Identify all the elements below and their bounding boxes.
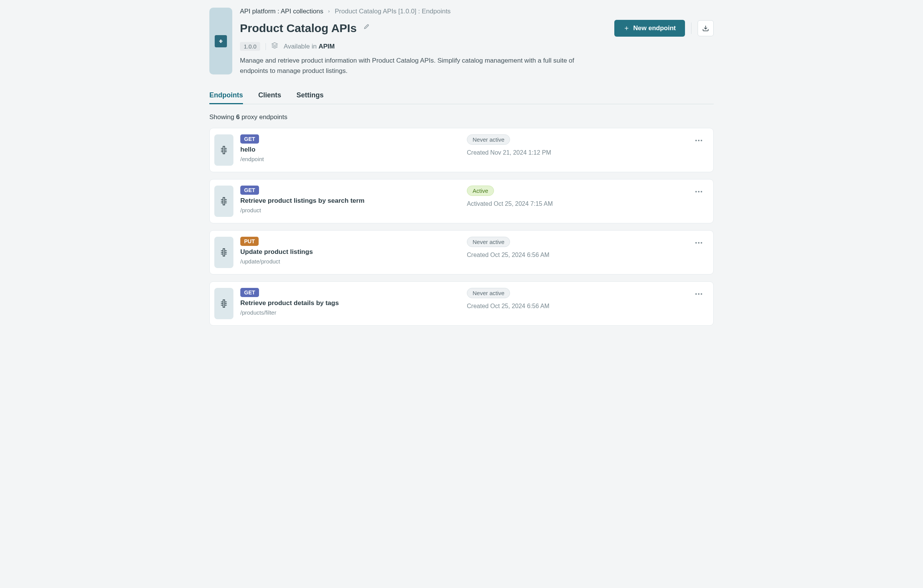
status-badge: Never active bbox=[467, 288, 510, 298]
endpoint-icon bbox=[214, 134, 233, 166]
breadcrumb: API platform : API collections Product C… bbox=[240, 8, 714, 15]
page-title: Product Catalog APIs bbox=[240, 22, 357, 35]
svg-rect-8 bbox=[223, 147, 225, 154]
new-endpoint-label: New endpoint bbox=[634, 25, 676, 32]
more-icon[interactable] bbox=[693, 185, 705, 199]
svg-rect-2 bbox=[219, 41, 220, 42]
svg-point-47 bbox=[701, 293, 702, 295]
endpoint-icon bbox=[214, 237, 233, 268]
status-badge: Never active bbox=[467, 134, 510, 145]
svg-point-35 bbox=[695, 242, 697, 244]
svg-rect-18 bbox=[223, 198, 225, 205]
method-badge: GET bbox=[240, 185, 259, 195]
endpoint-card[interactable]: PUTUpdate product listings/update/produc… bbox=[209, 230, 714, 275]
endpoint-path: /products/filter bbox=[240, 309, 459, 316]
edit-icon[interactable] bbox=[362, 24, 369, 33]
tab-settings[interactable]: Settings bbox=[296, 87, 324, 104]
endpoint-card[interactable]: GETRetrieve product listings by search t… bbox=[209, 179, 714, 223]
endpoint-card[interactable]: GEThello/endpointNever activeCreated Nov… bbox=[209, 128, 714, 172]
chevron-right-icon bbox=[327, 8, 331, 15]
timestamp: Created Oct 25, 2024 6:56 AM bbox=[467, 303, 549, 310]
breadcrumb-root[interactable]: API platform : API collections bbox=[240, 8, 323, 15]
divider bbox=[266, 43, 266, 50]
svg-point-36 bbox=[698, 242, 700, 244]
endpoint-path: /update/product bbox=[240, 258, 459, 265]
timestamp: Created Oct 25, 2024 6:56 AM bbox=[467, 252, 549, 259]
tabs: EndpointsClientsSettings bbox=[209, 87, 714, 104]
endpoint-icon bbox=[214, 185, 233, 217]
more-icon[interactable] bbox=[693, 134, 705, 148]
endpoint-icon bbox=[214, 288, 233, 319]
svg-rect-28 bbox=[223, 249, 225, 257]
svg-point-16 bbox=[698, 140, 700, 141]
svg-point-45 bbox=[695, 293, 697, 295]
tab-endpoints[interactable]: Endpoints bbox=[209, 87, 243, 104]
endpoint-card[interactable]: GETRetrieve product details by tags/prod… bbox=[209, 282, 714, 326]
svg-point-26 bbox=[698, 191, 700, 192]
tab-clients[interactable]: Clients bbox=[258, 87, 281, 104]
endpoint-path: /endpoint bbox=[240, 156, 459, 162]
method-badge: GET bbox=[240, 134, 259, 144]
timestamp: Activated Oct 25, 2024 7:15 AM bbox=[467, 200, 553, 207]
status-badge: Never active bbox=[467, 237, 510, 247]
layers-icon bbox=[271, 42, 278, 51]
svg-rect-38 bbox=[223, 300, 225, 308]
showing-text: Showing 6 proxy endpoints bbox=[209, 113, 714, 121]
endpoint-name: Retrieve product details by tags bbox=[240, 299, 459, 307]
method-badge: PUT bbox=[240, 237, 259, 246]
endpoint-path: /product bbox=[240, 207, 459, 213]
method-badge: GET bbox=[240, 288, 259, 297]
divider bbox=[691, 23, 691, 34]
api-collection-icon-block bbox=[209, 8, 232, 74]
svg-rect-1 bbox=[220, 39, 221, 43]
api-collection-icon bbox=[215, 35, 227, 47]
endpoint-name: Update product listings bbox=[240, 248, 459, 256]
description: Manage and retrieve product information … bbox=[240, 56, 584, 76]
svg-point-37 bbox=[701, 242, 702, 244]
svg-rect-3 bbox=[222, 41, 223, 42]
svg-point-15 bbox=[695, 140, 697, 141]
endpoint-list: GEThello/endpointNever activeCreated Nov… bbox=[209, 128, 714, 326]
svg-marker-7 bbox=[272, 43, 278, 46]
download-button[interactable] bbox=[698, 20, 714, 36]
svg-point-17 bbox=[701, 140, 702, 141]
breadcrumb-current: Product Catalog APIs [1.0.0] : Endpoints bbox=[335, 8, 450, 15]
endpoint-name: hello bbox=[240, 146, 459, 154]
availability-text: Available in APIM bbox=[284, 43, 335, 51]
svg-point-27 bbox=[701, 191, 702, 192]
timestamp: Created Nov 21, 2024 1:12 PM bbox=[467, 149, 551, 156]
more-icon[interactable] bbox=[693, 288, 705, 301]
status-badge: Active bbox=[467, 185, 494, 196]
new-endpoint-button[interactable]: New endpoint bbox=[614, 20, 685, 37]
svg-point-46 bbox=[698, 293, 700, 295]
version-badge: 1.0.0 bbox=[240, 42, 260, 51]
more-icon[interactable] bbox=[693, 237, 705, 251]
endpoint-name: Retrieve product listings by search term bbox=[240, 197, 459, 205]
svg-point-25 bbox=[695, 191, 697, 192]
